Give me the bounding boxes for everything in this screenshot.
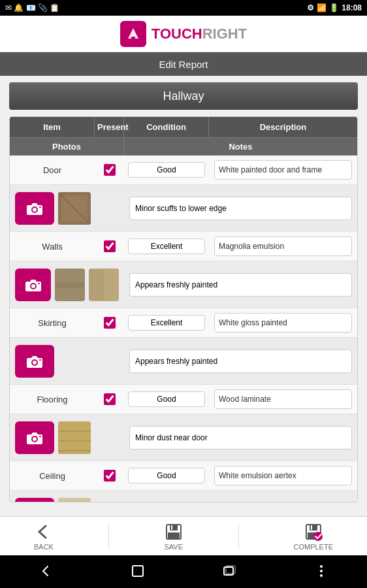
ceiling-description: White emulsion aertex (214, 466, 352, 485)
back-icon (34, 522, 54, 542)
walls-note: Appears freshly painted (129, 273, 352, 297)
door-description: White painted door and frame (214, 160, 352, 180)
svg-rect-6 (39, 206, 41, 208)
logo-icon (120, 21, 146, 47)
toolbar-divider-1 (108, 523, 109, 549)
save-icon (164, 522, 184, 542)
svg-rect-13 (38, 283, 40, 284)
walls-checkbox-cell[interactable] (95, 237, 124, 256)
flooring-note: Minor dust near door (129, 426, 352, 449)
nav-back-button[interactable] (33, 558, 59, 586)
door-checkbox-cell[interactable] (95, 160, 124, 180)
nav-back-icon (38, 563, 54, 579)
skirting-camera-button[interactable] (15, 345, 54, 378)
bottom-toolbar: BACK SAVE COMPLETE (0, 516, 367, 555)
walls-photo-thumb-2 (89, 269, 119, 301)
logo-container: TOUCHRIGHT (120, 21, 247, 47)
nav-bar (0, 555, 367, 588)
status-bar-left: ✉ 🔔 📧 📎 📋 (5, 3, 59, 12)
door-note: Minor scuffs to lower edge (129, 197, 352, 220)
subheader-notes: Notes (124, 138, 357, 155)
table-row: Flooring Good Wood laminate (10, 385, 357, 461)
flooring-photo-thumb (58, 421, 91, 454)
walls-camera-icon (24, 277, 42, 293)
svg-rect-41 (310, 525, 317, 531)
save-label: SAVE (164, 543, 183, 551)
save-button[interactable]: SAVE (151, 517, 197, 556)
table-header: Item Present Condition Description (10, 117, 357, 137)
skirting-description: White gloss painted (214, 313, 352, 333)
col-header-condition: Condition (124, 117, 209, 137)
bluetooth-icon: ⚙ (307, 3, 314, 12)
svg-rect-35 (61, 501, 88, 502)
flooring-description: Wood laminate (214, 389, 352, 409)
nav-menu-icon (313, 563, 329, 579)
svg-rect-25 (39, 436, 41, 437)
table-container: Item Present Condition Description Photo… (9, 116, 358, 502)
walls-camera-button[interactable] (15, 269, 51, 301)
ceiling-photo-row: Few cobwebs (10, 490, 357, 502)
door-item-name: Door (10, 161, 95, 179)
walls-condition: Excellent (128, 238, 205, 254)
svg-rect-38 (168, 532, 180, 538)
flooring-row-top: Flooring Good Wood laminate (10, 385, 357, 414)
door-condition: Good (128, 162, 205, 178)
ceiling-checkbox-cell[interactable] (95, 466, 124, 485)
table-subheader: Photos Notes (10, 137, 357, 155)
svg-point-50 (320, 574, 323, 577)
ceiling-photo-cell (10, 493, 124, 502)
svg-point-49 (320, 570, 323, 572)
flooring-note-cell: Minor dust near door (124, 423, 357, 452)
back-button[interactable]: BACK (21, 517, 67, 556)
toolbar-divider-2 (238, 523, 239, 549)
flooring-checkbox-cell[interactable] (95, 389, 124, 409)
door-photo-cell (10, 187, 124, 230)
logo-svg (125, 25, 142, 42)
skirting-condition: Excellent (128, 315, 205, 331)
table-scroll-area[interactable]: Door Good White painted door and frame (10, 155, 357, 502)
nav-home-button[interactable] (125, 558, 151, 586)
nav-menu-button[interactable] (308, 558, 334, 586)
flooring-photo-cell (10, 416, 124, 459)
ceiling-item-name: Ceiling (10, 467, 95, 485)
battery-icon: 🔋 (329, 3, 339, 12)
walls-note-cell: Appears freshly painted (124, 270, 357, 299)
logo-text: TOUCHRIGHT (152, 25, 247, 42)
flooring-checkbox[interactable] (104, 393, 116, 405)
ceiling-checkbox[interactable] (104, 470, 116, 482)
svg-rect-26 (58, 421, 91, 454)
back-label: BACK (34, 543, 54, 551)
walls-item-name: Walls (10, 238, 95, 255)
skirting-photo-row: Appears freshly painted (10, 337, 357, 384)
skirting-checkbox-cell[interactable] (95, 313, 124, 333)
walls-checkbox[interactable] (104, 240, 116, 252)
edit-report-label: Edit Report (159, 59, 208, 70)
flooring-camera-button[interactable] (15, 421, 54, 454)
door-row-top: Door Good White painted door and frame (10, 155, 357, 184)
notification-icons: ✉ 🔔 📧 📎 📋 (5, 3, 59, 12)
flooring-camera-icon (25, 430, 44, 446)
svg-rect-43 (311, 525, 312, 530)
walls-row-top: Walls Excellent Magnolia emulsion (10, 232, 357, 261)
nav-recents-icon (221, 563, 237, 579)
ceiling-condition: Good (128, 468, 205, 483)
walls-description-cell: Magnolia emulsion (209, 234, 357, 259)
ceiling-description-cell: White emulsion aertex (209, 463, 357, 488)
flooring-thumb-img (58, 421, 91, 454)
nav-recents-button[interactable] (216, 558, 242, 586)
wifi-icon: 📶 (317, 3, 327, 12)
table-row: Walls Excellent Magnolia emulsion (10, 232, 357, 308)
skirting-description-cell: White gloss painted (209, 310, 357, 335)
ceiling-camera-button[interactable] (15, 498, 54, 502)
door-camera-icon (25, 201, 44, 216)
door-description-cell: White painted door and frame (209, 157, 357, 182)
walls-photo-row: Appears freshly painted (10, 261, 357, 308)
door-camera-button[interactable] (15, 192, 54, 225)
door-checkbox[interactable] (104, 164, 116, 176)
walls-photo-thumb-1 (55, 269, 85, 301)
complete-button[interactable]: COMPLETE (281, 517, 347, 556)
skirting-condition-cell: Excellent (124, 312, 209, 333)
skirting-checkbox[interactable] (104, 317, 116, 329)
skirting-row-top: Skirting Excellent White gloss painted (10, 308, 357, 337)
table-row: Skirting Excellent White gloss painted (10, 308, 357, 385)
